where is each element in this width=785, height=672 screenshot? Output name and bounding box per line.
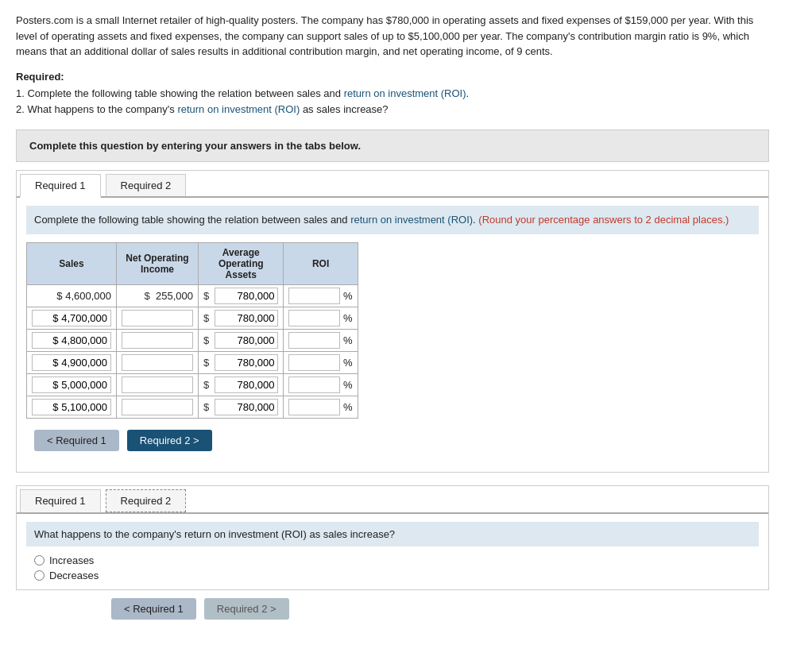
sales-input-3[interactable]	[32, 354, 111, 371]
section2-content: What happens to the company's return on …	[17, 514, 768, 589]
avg-assets-input-2[interactable]	[215, 332, 278, 349]
net-op-cell-4	[117, 373, 199, 396]
nav-buttons-2: < Required 1 Required 2 >	[16, 598, 769, 620]
net-op-cell-2	[117, 329, 199, 351]
roi-input-5[interactable]	[288, 399, 340, 415]
roi-cell-1: %	[284, 307, 358, 329]
radio-increases[interactable]: Increases	[34, 554, 759, 566]
section2-container: Required 1 Required 2 What happens to th…	[16, 485, 769, 590]
table-row	[27, 373, 117, 396]
avg-assets-cell-3: $	[199, 351, 284, 373]
avg-assets-cell-5: $	[199, 396, 284, 418]
avg-assets-input-4[interactable]	[215, 377, 278, 393]
table-row	[27, 396, 117, 418]
roi-input-1[interactable]	[288, 310, 340, 326]
next-button-1[interactable]: Required 2 >	[127, 430, 212, 451]
section2-tab-req2[interactable]: Required 2	[106, 489, 187, 512]
radio-decreases-input[interactable]	[34, 570, 44, 581]
radio-increases-input[interactable]	[34, 555, 44, 566]
required-item-2: 2. What happens to the company's return …	[16, 102, 769, 118]
tab-required-2-upper[interactable]: Required 2	[106, 174, 187, 196]
pct-sign-0: %	[340, 290, 352, 302]
section2-tab-header: Required 1 Required 2	[17, 486, 768, 514]
avg-assets-input-3[interactable]	[215, 354, 278, 371]
prev-button-1[interactable]: < Required 1	[34, 430, 119, 451]
required-header: Required:	[16, 71, 769, 83]
net-op-input-4[interactable]	[122, 377, 193, 393]
sales-input-4[interactable]	[32, 377, 111, 393]
sales-input-2[interactable]	[32, 332, 111, 349]
net-op-input-5[interactable]	[122, 399, 193, 415]
pct-sign-1: %	[340, 312, 352, 324]
radio-decreases-label: Decreases	[49, 570, 99, 581]
tab1-content: Complete the following table showing the…	[17, 198, 768, 472]
avg-assets-cell-0: $	[199, 284, 284, 307]
net-op-cell-3	[117, 351, 199, 373]
net-op-cell-0: $ 255,000	[117, 284, 199, 307]
prev-button-2[interactable]: < Required 1	[111, 598, 196, 620]
net-op-input-1[interactable]	[122, 310, 193, 326]
pct-sign-4: %	[340, 379, 352, 391]
net-op-cell-5	[117, 396, 199, 418]
net-op-input-2[interactable]	[122, 332, 193, 349]
sales-input-1[interactable]	[32, 310, 111, 326]
required-section: Required: 1. Complete the following tabl…	[16, 71, 769, 119]
section2-tab-req1[interactable]: Required 1	[20, 489, 101, 512]
roi-input-0[interactable]	[288, 288, 340, 304]
table-row	[27, 329, 117, 351]
avg-assets-cell-1: $	[199, 307, 284, 329]
roi-cell-5: %	[284, 396, 358, 418]
roi-table: Sales Net OperatingIncome AverageOperati…	[26, 242, 358, 419]
col-header-net-op: Net OperatingIncome	[117, 242, 199, 284]
radio-decreases[interactable]: Decreases	[34, 570, 759, 581]
required-item-1: 1. Complete the following table showing …	[16, 86, 769, 102]
next-button-2[interactable]: Required 2 >	[204, 598, 289, 620]
pct-sign-3: %	[340, 357, 352, 369]
col-header-sales: Sales	[27, 242, 117, 284]
roi-cell-2: %	[284, 329, 358, 351]
radio-increases-label: Increases	[49, 554, 94, 566]
avg-assets-input-5[interactable]	[215, 399, 278, 415]
nav-buttons-1: < Required 1 Required 2 >	[26, 430, 759, 451]
tab-header-1: Required 1 Required 2	[17, 171, 768, 198]
section2-question: What happens to the company's return on …	[26, 522, 759, 546]
sales-input-5[interactable]	[32, 399, 111, 415]
table-row: $ 4,600,000	[27, 284, 117, 307]
roi-cell-4: %	[284, 373, 358, 396]
intro-paragraph: Posters.com is a small Internet retailer…	[16, 13, 769, 60]
avg-assets-input-0[interactable]	[215, 288, 278, 304]
table-row	[27, 307, 117, 329]
radio-group: Increases Decreases	[26, 554, 759, 581]
tab1-instruction: Complete the following table showing the…	[26, 206, 759, 234]
tab-required-1[interactable]: Required 1	[20, 174, 101, 198]
col-header-roi: ROI	[284, 242, 358, 284]
net-op-input-3[interactable]	[122, 354, 193, 371]
pct-sign-5: %	[340, 401, 352, 413]
roi-input-4[interactable]	[288, 377, 340, 393]
pct-sign-2: %	[340, 334, 352, 346]
roi-cell-3: %	[284, 351, 358, 373]
net-op-cell-1	[117, 307, 199, 329]
avg-assets-cell-2: $	[199, 329, 284, 351]
table-row	[27, 351, 117, 373]
roi-input-3[interactable]	[288, 354, 340, 371]
avg-assets-cell-4: $	[199, 373, 284, 396]
question-box: Complete this question by entering your …	[16, 129, 769, 162]
roi-cell-0: %	[284, 284, 358, 307]
tab1-container: Required 1 Required 2 Complete the follo…	[16, 170, 769, 473]
col-header-avg-assets: AverageOperatingAssets	[199, 242, 284, 284]
avg-assets-input-1[interactable]	[215, 310, 278, 326]
roi-input-2[interactable]	[288, 332, 340, 349]
